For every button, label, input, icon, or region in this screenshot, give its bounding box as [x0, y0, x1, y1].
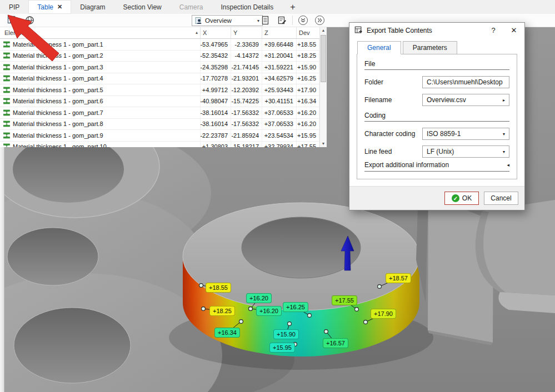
coding-section-header: Coding — [364, 112, 509, 122]
value-x: -52.35432 — [201, 51, 231, 62]
file-section-header: File — [364, 60, 509, 70]
tab-label: PIP — [9, 3, 19, 11]
view-selector-dropdown[interactable]: Overview ▾ — [192, 15, 263, 26]
value-y: -4.14372 — [231, 51, 262, 62]
deviation-label[interactable]: +18.25 — [209, 306, 235, 316]
column-header-y[interactable]: Y — [231, 27, 262, 38]
table-row[interactable]: Material thickness 1 - gom_part.6 -40.98… — [0, 96, 319, 108]
value-z: +37.06533 — [262, 107, 297, 118]
view-selector-value: Overview — [205, 17, 232, 24]
value-x: -53.47965 — [201, 39, 231, 50]
check-icon: ✓ — [452, 194, 459, 202]
element-name: Material thickness 1 - gom_part.6 — [13, 98, 103, 104]
collapsed-panel-strip[interactable] — [0, 120, 4, 392]
value-dev: +16.25 — [297, 73, 319, 84]
filename-input[interactable]: Overview.csv ▸ — [422, 94, 509, 106]
table-scrollbar[interactable]: ▲ ▼ — [319, 27, 327, 147]
toolbar-separator — [292, 16, 293, 25]
table-row[interactable]: Material thickness 1 - gom_part.5 +4.997… — [0, 84, 319, 96]
material-thickness-icon — [3, 98, 10, 104]
column-header-element[interactable]: Element ▴ — [0, 27, 201, 38]
table-row[interactable]: Material thickness 1 - gom_part.4 -17.70… — [0, 73, 319, 85]
chevron-down-icon: ▾ — [257, 18, 259, 23]
table-row[interactable]: Material thickness 1 - gom_part.1 -53.47… — [0, 39, 319, 51]
deviation-label[interactable]: +15.90 — [273, 329, 299, 339]
deviation-label[interactable]: +16.34 — [214, 328, 240, 338]
element-name: Material thickness 1 - gom_part.8 — [13, 120, 103, 127]
deviation-label[interactable]: +18.55 — [206, 283, 231, 293]
help-button[interactable]: ? — [485, 24, 502, 37]
tab-diagram[interactable]: Diagram — [71, 0, 114, 14]
value-x: -38.16014 — [201, 107, 231, 118]
element-name: Material thickness 1 - gom_part.9 — [13, 132, 103, 139]
deviation-label[interactable]: +17.90 — [371, 309, 396, 319]
table-row[interactable]: Material thickness 1 - gom_part.2 -52.35… — [0, 51, 319, 62]
deviation-label[interactable]: +15.95 — [269, 343, 295, 353]
cancel-button[interactable]: Cancel — [484, 192, 518, 205]
export-table-icon — [354, 26, 363, 34]
line-feed-dropdown[interactable]: LF (Unix) ▾ — [422, 145, 509, 158]
value-y: -21.93201 — [231, 73, 262, 84]
tab-table[interactable]: Table ✕ — [28, 0, 71, 14]
globe-icon[interactable] — [25, 16, 34, 25]
column-header-x[interactable]: X — [201, 27, 231, 38]
deviation-label[interactable]: +16.25 — [283, 302, 308, 312]
value-dev: +17.55 — [297, 142, 319, 148]
table-row[interactable]: Material thickness 1 - gom_part.10 +1.30… — [0, 142, 319, 148]
chevron-right-icon[interactable]: ▸ — [499, 98, 505, 103]
application-window: +18.55+16.20+16.20+16.25+18.25+16.34+15.… — [0, 0, 555, 392]
material-thickness-icon — [3, 41, 10, 48]
column-header-z[interactable]: Z — [262, 27, 297, 38]
folder-value: C:\Users\nmuehl\Desktop — [427, 78, 503, 86]
table-body: Material thickness 1 - gom_part.1 -53.47… — [0, 39, 319, 147]
tab-inspection-details[interactable]: Inspection Details — [212, 0, 282, 14]
material-thickness-icon — [3, 132, 10, 139]
export-additional-info-expander[interactable]: Export additional information ◂ — [364, 161, 509, 172]
report-icon[interactable] — [261, 16, 270, 25]
scrollbar-thumb[interactable] — [321, 35, 326, 82]
value-x: +1.30803 — [201, 142, 231, 148]
close-tab-icon[interactable]: ✕ — [57, 3, 62, 11]
deviation-label[interactable]: +17.55 — [332, 295, 357, 305]
column-header-dev[interactable]: Dev — [297, 27, 319, 38]
element-name: Material thickness 1 - gom_part.7 — [13, 109, 103, 116]
scroll-down-icon[interactable]: ▼ — [320, 140, 327, 147]
tab-label: Inspection Details — [221, 3, 273, 11]
character-coding-dropdown[interactable]: ISO 8859-1 ▾ — [422, 128, 509, 140]
ok-button[interactable]: ✓ OK — [444, 192, 479, 205]
element-name: Material thickness 1 - gom_part.5 — [13, 87, 103, 93]
character-coding-label: Character coding — [364, 130, 422, 138]
table-row[interactable]: Material thickness 1 - gom_part.9 -22.23… — [0, 130, 319, 142]
value-x: -22.23787 — [201, 130, 231, 141]
table-row[interactable]: Material thickness 1 - gom_part.8 -38.16… — [0, 119, 319, 130]
value-dev: +15.90 — [297, 62, 319, 73]
folder-input[interactable]: C:\Users\nmuehl\Desktop — [422, 76, 509, 88]
table-row[interactable]: Material thickness 1 - gom_part.7 -38.16… — [0, 107, 319, 119]
value-z: +30.41151 — [262, 96, 297, 107]
line-feed-value: LF (Unix) — [427, 148, 454, 155]
dialog-titlebar[interactable]: Export Table Contents ? ✕ — [349, 23, 524, 38]
tab-label: Section View — [123, 3, 162, 11]
deviation-label[interactable]: +16.20 — [246, 293, 272, 303]
tab-pip[interactable]: PIP — [0, 0, 28, 14]
tab-general[interactable]: General — [357, 41, 401, 54]
tab-section-view[interactable]: Section View — [114, 0, 171, 14]
deviation-label[interactable]: +16.57 — [323, 338, 348, 348]
element-name: Material thickness 1 - gom_part.2 — [13, 52, 103, 59]
scroll-up-icon[interactable]: ▲ — [320, 27, 327, 34]
tab-label: Table — [37, 3, 53, 11]
value-z: +39.66448 — [262, 39, 297, 50]
close-button[interactable]: ✕ — [506, 24, 522, 37]
folder-label: Folder — [364, 78, 422, 86]
deviation-label[interactable]: +16.20 — [256, 306, 282, 316]
expand-all-icon[interactable] — [315, 16, 324, 25]
add-tab-button[interactable]: + — [282, 0, 303, 14]
export-table-icon[interactable] — [7, 16, 17, 25]
table-row[interactable]: Material thickness 1 - gom_part.3 -24.35… — [0, 62, 319, 73]
element-name: Material thickness 1 - gom_part.3 — [13, 64, 103, 71]
deviation-label[interactable]: +18.57 — [386, 273, 411, 283]
filename-label: Filename — [364, 96, 422, 104]
edit-report-icon[interactable] — [277, 16, 287, 25]
tab-parameters[interactable]: Parameters — [403, 41, 457, 54]
collapse-all-icon[interactable] — [298, 16, 308, 25]
